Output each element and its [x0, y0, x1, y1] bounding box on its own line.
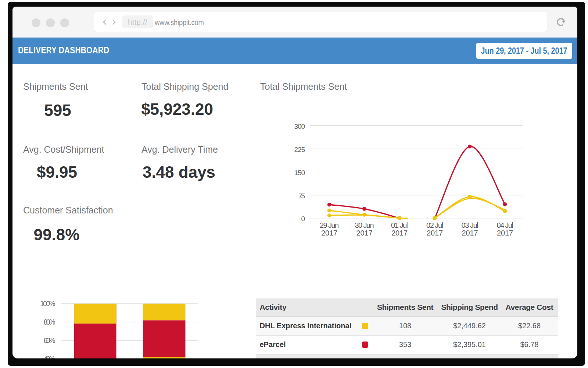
svg-text:80%: 80%: [43, 318, 55, 326]
svg-text:2017: 2017: [321, 229, 337, 237]
svg-text:02 Jul: 02 Jul: [426, 221, 443, 229]
svg-text:29 Jun: 29 Jun: [320, 221, 339, 229]
svg-text:2017: 2017: [427, 229, 443, 237]
svg-text:75: 75: [298, 192, 305, 200]
svg-text:0: 0: [301, 215, 305, 223]
svg-text:60%: 60%: [43, 336, 55, 344]
svg-text:04 Jul: 04 Jul: [496, 221, 513, 229]
svg-text:2017: 2017: [391, 229, 408, 237]
svg-text:2017: 2017: [356, 229, 372, 237]
svg-text:300: 300: [294, 123, 305, 130]
svg-text:100%: 100%: [40, 300, 55, 308]
svg-text:2017: 2017: [497, 229, 513, 237]
svg-text:2017: 2017: [462, 229, 478, 237]
svg-text:225: 225: [294, 146, 305, 153]
svg-text:30 Jun: 30 Jun: [355, 221, 374, 229]
svg-text:150: 150: [294, 169, 305, 177]
svg-text:40%: 40%: [43, 355, 55, 358]
svg-text:03 Jul: 03 Jul: [461, 221, 478, 229]
svg-text:01 Jul: 01 Jul: [391, 221, 408, 229]
